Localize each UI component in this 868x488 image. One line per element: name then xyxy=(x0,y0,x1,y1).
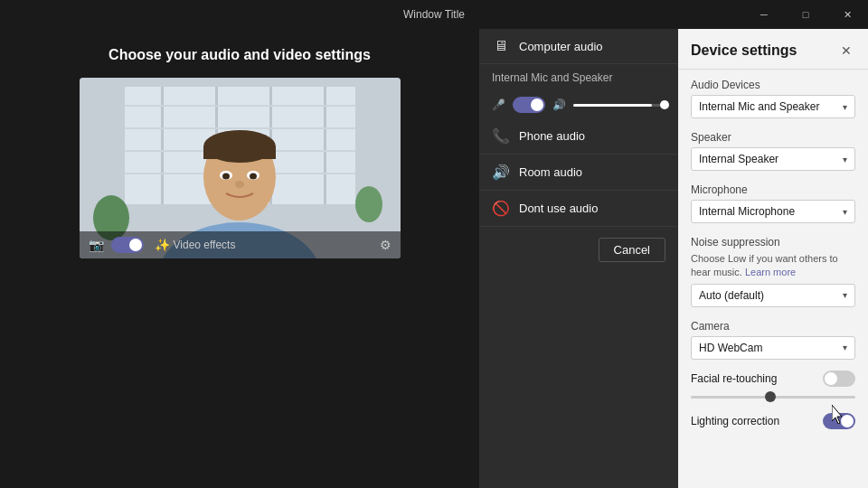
svg-point-21 xyxy=(355,186,382,222)
mic-icon: 🎤 xyxy=(492,99,505,111)
facial-retouching-toggle[interactable] xyxy=(823,371,855,387)
device-settings-close-button[interactable]: ✕ xyxy=(837,42,855,60)
room-audio-label: Room audio xyxy=(519,165,582,179)
audio-device-controls: 🎤 🔊 xyxy=(479,91,678,118)
camera-toggle[interactable] xyxy=(111,237,144,253)
center-panel: Choose your audio and video settings xyxy=(0,29,479,488)
camera-dropdown[interactable]: HD WebCam ▾ xyxy=(691,336,855,360)
learn-more-link[interactable]: Learn more xyxy=(745,267,796,277)
noise-suppression-label: Noise suppression xyxy=(691,236,855,249)
room-audio-option[interactable]: 🔊 Room audio xyxy=(479,155,678,191)
video-preview: 📷 ✨ Video effects ⚙ xyxy=(80,78,401,258)
audio-devices-dropdown[interactable]: Internal Mic and Speaker ▾ xyxy=(691,95,855,118)
no-audio-icon: 🚫 xyxy=(492,200,510,217)
title-bar: Window Title ─ □ ✕ xyxy=(0,0,868,29)
lighting-correction-toggle[interactable] xyxy=(823,413,855,429)
device-settings-title: Device settings xyxy=(691,42,797,59)
window-title: Window Title xyxy=(403,8,465,21)
computer-audio-option[interactable]: 🖥 Computer audio xyxy=(479,29,678,64)
audio-devices-section: Audio Devices Internal Mic and Speaker ▾ xyxy=(678,70,868,122)
page-title: Choose your audio and video settings xyxy=(108,47,371,63)
lighting-correction-row: Lighting correction xyxy=(678,406,868,436)
microphone-label: Microphone xyxy=(691,183,855,196)
camera-value: HD WebCam xyxy=(699,342,762,354)
video-settings-gear-icon[interactable]: ⚙ xyxy=(380,238,392,252)
phone-audio-label: Phone audio xyxy=(519,129,585,143)
facial-retouching-slider[interactable] xyxy=(691,396,855,399)
volume-fill xyxy=(573,104,652,107)
video-effects-area: ✨ Video effects xyxy=(155,238,236,252)
microphone-chevron-icon: ▾ xyxy=(843,207,847,217)
noise-suppression-desc: Choose Low if you want others to hear mu… xyxy=(691,252,855,280)
svg-rect-2 xyxy=(161,87,164,204)
svg-rect-7 xyxy=(125,127,355,129)
camera-icon: 📷 xyxy=(89,238,104,252)
svg-point-17 xyxy=(222,174,230,180)
audio-panel: 🖥 Computer audio Internal Mic and Speake… xyxy=(479,29,678,488)
video-effects-label: Video effects xyxy=(174,239,236,251)
noise-suppression-section: Noise suppression Choose Low if you want… xyxy=(678,227,868,311)
camera-section: Camera HD WebCam ▾ xyxy=(678,311,868,363)
phone-audio-option[interactable]: 📞 Phone audio xyxy=(479,118,678,155)
svg-point-18 xyxy=(250,174,257,180)
noise-suppression-dropdown[interactable]: Auto (default) ▾ xyxy=(691,284,855,307)
effects-icon: ✨ xyxy=(155,238,170,252)
svg-rect-6 xyxy=(125,105,355,107)
mic-toggle[interactable] xyxy=(513,97,545,113)
noise-suppression-value: Auto (default) xyxy=(699,289,764,302)
title-bar-controls: ─ □ ✕ xyxy=(743,0,868,29)
no-audio-label: Dont use audio xyxy=(519,202,598,215)
speaker-section: Speaker Internal Speaker ▾ xyxy=(678,122,868,174)
microphone-section: Microphone Internal Microphone ▾ xyxy=(678,174,868,227)
audio-device-name: Internal Mic and Speaker xyxy=(479,64,678,91)
camera-chevron-icon: ▾ xyxy=(843,343,847,352)
facial-retouching-knob xyxy=(765,391,776,402)
computer-audio-icon: 🖥 xyxy=(492,38,510,54)
cancel-button[interactable]: Cancel xyxy=(599,238,665,262)
speaker-dropdown[interactable]: Internal Speaker ▾ xyxy=(691,147,855,171)
speaker-chevron-icon: ▾ xyxy=(843,155,847,164)
device-settings-header: Device settings ✕ xyxy=(678,29,868,70)
main-area: Choose your audio and video settings xyxy=(0,29,868,488)
facial-retouching-label: Facial re-touching xyxy=(691,372,777,385)
close-button[interactable]: ✕ xyxy=(826,0,868,29)
cancel-bar: Cancel xyxy=(479,230,678,269)
camera-label: Camera xyxy=(691,320,855,333)
volume-slider[interactable] xyxy=(573,104,665,107)
svg-point-19 xyxy=(235,181,244,188)
speaker-value: Internal Speaker xyxy=(699,153,778,165)
maximize-button[interactable]: □ xyxy=(785,0,826,29)
speaker-label: Speaker xyxy=(691,131,855,144)
volume-knob xyxy=(660,100,669,109)
no-audio-option[interactable]: 🚫 Dont use audio xyxy=(479,191,678,227)
room-audio-icon: 🔊 xyxy=(492,164,510,181)
microphone-dropdown[interactable]: Internal Microphone ▾ xyxy=(691,200,855,223)
microphone-value: Internal Microphone xyxy=(699,205,795,218)
lighting-correction-label: Lighting correction xyxy=(691,415,779,427)
noise-suppression-chevron-icon: ▾ xyxy=(843,290,847,300)
audio-devices-chevron-icon: ▾ xyxy=(843,102,847,112)
svg-rect-14 xyxy=(203,146,276,159)
audio-devices-value: Internal Mic and Speaker xyxy=(699,100,819,113)
audio-devices-label: Audio Devices xyxy=(691,79,855,91)
facial-retouching-slider-row xyxy=(678,394,868,406)
phone-icon: 📞 xyxy=(492,127,510,145)
svg-rect-5 xyxy=(324,87,326,204)
speaker-icon: 🔊 xyxy=(552,99,566,111)
facial-retouching-row: Facial re-touching xyxy=(678,363,868,394)
minimize-button[interactable]: ─ xyxy=(743,0,785,29)
computer-audio-label: Computer audio xyxy=(519,40,603,53)
video-controls-bar: 📷 ✨ Video effects ⚙ xyxy=(80,231,401,258)
device-settings-panel: Device settings ✕ Audio Devices Internal… xyxy=(678,29,868,488)
